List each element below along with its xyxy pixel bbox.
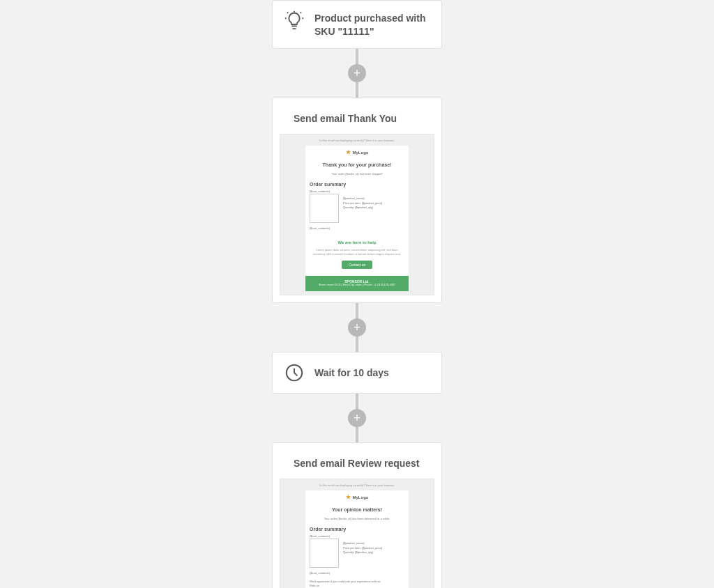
- email-preview: Is this email not displaying correctly? …: [280, 479, 434, 588]
- plus-icon: +: [354, 412, 361, 424]
- preview-subline: Your order {$order_id} has been shipped!: [305, 173, 409, 176]
- preview-help-text: Lorem ipsum dolor sit amet, consectetuer…: [305, 245, 409, 259]
- send-email-title: Send email Review request: [294, 453, 420, 470]
- preview-logo-text: MyLogo: [353, 150, 369, 155]
- delay-card[interactable]: Wait for 10 days: [272, 352, 442, 394]
- preview-browser-link: Is this email not displaying correctly? …: [280, 479, 434, 488]
- preview-help-title: We are here to help: [305, 240, 409, 245]
- svg-line-4: [301, 13, 301, 13]
- send-email-card[interactable]: Send email Thank You Is this email not d…: [272, 98, 442, 303]
- connector-line: [356, 49, 358, 64]
- preview-order-row: {$product_name} Price per item: {$produc…: [305, 194, 409, 223]
- send-email-card[interactable]: Send email Review request Is this email …: [272, 442, 442, 588]
- preview-summary-label: Order summary: [305, 182, 409, 187]
- plus-icon: +: [354, 67, 361, 79]
- add-step-button[interactable]: +: [348, 318, 366, 336]
- preview-tag: {$cart_contents}: [305, 227, 409, 231]
- email-preview: Is this email not displaying correctly? …: [280, 134, 434, 295]
- preview-browser-link: Is this email not displaying correctly? …: [280, 134, 434, 143]
- add-step-button[interactable]: +: [348, 64, 366, 82]
- preview-order-row: {$product_name} Price per item: {$produc…: [305, 539, 409, 568]
- preview-meta-qty: Quantity: {$product_qty}: [343, 206, 382, 210]
- preview-contact-button: Contact us: [342, 261, 372, 269]
- plus-icon: +: [354, 321, 361, 334]
- automation-flow: Product purchased with SKU "11111" + Sen…: [0, 0, 714, 588]
- preview-thumb: [310, 194, 339, 223]
- preview-heading: Your opinion matters!: [305, 507, 409, 513]
- connector-line: [356, 82, 358, 98]
- preview-logo: ★ MyLogo: [305, 150, 409, 155]
- delay-title: Wait for 10 days: [314, 362, 389, 380]
- connector-line: [356, 427, 358, 442]
- preview-footer: SPONSOR Ltd. Street name 0123 | Best Cit…: [305, 276, 409, 291]
- connector-line: [356, 336, 358, 352]
- preview-subline: Your order {$order_id} has been delivere…: [305, 518, 409, 521]
- idea-icon: [284, 10, 305, 31]
- add-step-button[interactable]: +: [348, 409, 366, 427]
- trigger-title: Product purchased with SKU "11111": [314, 10, 430, 38]
- preview-logo-text: MyLogo: [353, 495, 369, 500]
- clock-icon: [284, 362, 305, 383]
- preview-thumb: [310, 539, 339, 568]
- preview-meta-name: {$product_name}: [343, 541, 382, 546]
- preview-meta-price: Price per item: {$product_price}: [343, 546, 382, 551]
- svg-line-3: [287, 13, 288, 13]
- send-email-title: Send email Thank You: [294, 108, 397, 125]
- preview-meta-name: {$product_name}: [343, 196, 382, 201]
- star-icon: ★: [346, 495, 351, 500]
- preview-summary-label: Order summary: [305, 527, 409, 532]
- preview-meta-qty: Quantity: {$product_qty}: [343, 550, 382, 555]
- connector-line: [356, 394, 358, 409]
- connector-line: [356, 303, 358, 318]
- preview-heading: Thank you for your purchase!: [305, 162, 409, 168]
- trigger-card[interactable]: Product purchased with SKU "11111": [272, 0, 442, 49]
- star-icon: ★: [346, 150, 351, 155]
- preview-meta-price: Price per item: {$product_price}: [343, 201, 382, 206]
- preview-logo: ★ MyLogo: [305, 495, 409, 500]
- preview-footer-addr: Street name 0123 | Best City, state | Ph…: [305, 284, 409, 287]
- preview-review-cta: Rate us: [310, 584, 404, 588]
